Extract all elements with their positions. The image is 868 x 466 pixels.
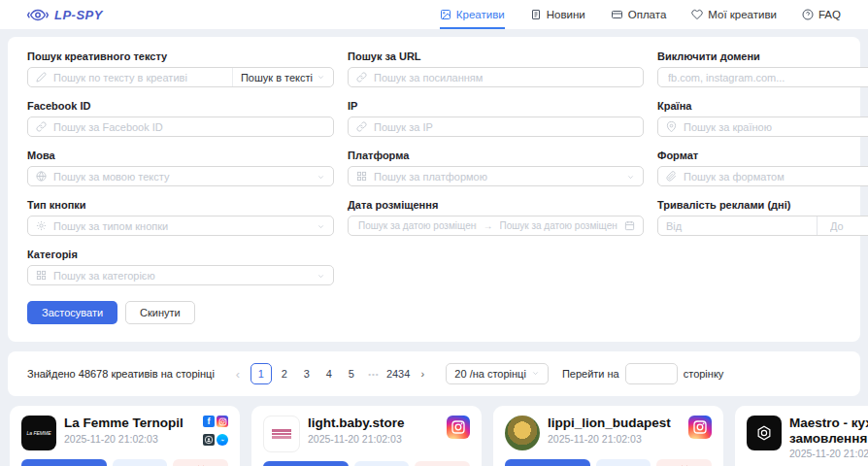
category-select[interactable] <box>27 265 334 285</box>
category-input[interactable] <box>51 269 312 283</box>
view-button[interactable] <box>113 459 168 466</box>
tab-news[interactable]: Новини <box>530 0 585 29</box>
link-icon <box>36 121 47 132</box>
page-button-3[interactable]: 3 <box>297 364 317 383</box>
card-actions: 3 days <box>21 459 228 466</box>
tab-label: Креативи <box>456 9 505 20</box>
creative-card[interactable]: Maestro - кухні, меблі на замовлення в У… <box>735 406 868 466</box>
language-input[interactable] <box>51 170 312 183</box>
country-input[interactable] <box>682 120 868 134</box>
days-button[interactable]: 3 days <box>263 461 349 466</box>
duration-to-input[interactable] <box>822 220 868 232</box>
page-button-1[interactable]: 1 <box>250 363 272 384</box>
button-type-select[interactable] <box>27 216 334 236</box>
card-info: light.baby.store 2025-11-20 21:02:03 <box>308 416 439 452</box>
exclude-domains-control[interactable] <box>657 67 868 87</box>
url-input[interactable] <box>372 71 635 84</box>
creative-text-control[interactable]: Пошук в тексті <box>27 67 334 87</box>
spacer <box>348 248 644 285</box>
avatar <box>263 416 300 452</box>
page-size-select[interactable]: 20 /на сторінці <box>446 363 549 384</box>
creative-card[interactable]: lippi_lion_budapest 2025-11-20 21:02:03 … <box>493 406 723 466</box>
divider <box>817 216 818 235</box>
pagination: ‹ 1 2 3 4 5 ••• 2434 › <box>228 363 432 384</box>
page-button-last[interactable]: 2434 <box>386 364 410 383</box>
tab-creatives[interactable]: Креативи <box>440 0 505 29</box>
duration-from-input[interactable] <box>658 220 812 232</box>
avatar <box>505 416 540 450</box>
view-button[interactable] <box>354 461 410 466</box>
creative-card[interactable]: La FEMME La Femme Ternopil 2025-11-20 21… <box>10 406 240 466</box>
url-control[interactable] <box>348 67 644 87</box>
date-to-input[interactable] <box>498 219 620 232</box>
chevron-down-icon <box>317 267 325 284</box>
field-label: Мова <box>27 149 334 162</box>
field-label: IP <box>348 99 644 113</box>
text-search-mode-select[interactable]: Пошук в тексті <box>232 68 325 86</box>
page-button-4[interactable]: 4 <box>319 364 339 383</box>
date-range-picker[interactable]: → <box>348 216 644 236</box>
chevron-down-icon <box>626 168 635 185</box>
calendar-icon <box>624 220 635 231</box>
like-button[interactable] <box>656 459 712 466</box>
format-input[interactable] <box>682 170 868 183</box>
card-date: 2025-11-20 21:02:03 <box>308 433 439 445</box>
reset-button[interactable]: Скинути <box>125 301 195 324</box>
creative-text-input[interactable] <box>51 71 227 84</box>
field-label: Формат <box>657 149 868 162</box>
field-button-type: Тип кнопки <box>27 198 334 236</box>
field-label: Facebook ID <box>27 99 334 113</box>
logo[interactable]: LP-SPY <box>27 8 103 22</box>
field-format: Формат <box>657 149 868 186</box>
button-type-input[interactable] <box>51 219 312 233</box>
ip-control[interactable] <box>348 116 644 137</box>
like-button[interactable] <box>415 461 470 466</box>
days-button[interactable]: 3 days <box>21 459 107 466</box>
chevron-down-icon <box>317 72 325 83</box>
like-button[interactable] <box>173 459 228 466</box>
cube-logo-icon <box>755 424 773 442</box>
filter-buttons: Застосувати Скинути <box>27 301 868 324</box>
facebook-id-input[interactable] <box>51 120 325 134</box>
pagination-ellipsis[interactable]: ••• <box>364 364 384 383</box>
tab-payment[interactable]: Оплата <box>611 0 667 29</box>
prev-page-button[interactable]: ‹ <box>228 364 248 383</box>
ip-input[interactable] <box>372 120 635 134</box>
filter-panel: Пошук креативного тексту Пошук в тексті … <box>8 37 860 342</box>
field-facebook-id: Facebook ID <box>27 99 334 137</box>
language-select[interactable] <box>27 166 334 186</box>
goto-page-input[interactable] <box>625 363 678 384</box>
platform-select[interactable] <box>348 166 644 186</box>
days-button[interactable]: 0 days <box>505 459 590 466</box>
tab-faq[interactable]: FAQ <box>802 0 841 29</box>
results-summary: Знайдено 48678 креативів на сторінці <box>27 368 215 380</box>
page-button-2[interactable]: 2 <box>275 364 294 383</box>
card-title: Maestro - кухні, меблі на замовлення в У… <box>789 416 868 446</box>
card-date: 2025-11-20 21:02:03 <box>548 433 681 445</box>
facebook-id-control[interactable] <box>27 116 334 137</box>
page-button-5[interactable]: 5 <box>342 364 361 383</box>
chevron-down-icon <box>317 217 325 235</box>
card-info: La Femme Ternopil 2025-11-20 21:02:03 <box>64 416 195 450</box>
format-control[interactable] <box>657 166 868 186</box>
question-circle-icon <box>802 9 814 20</box>
avatar-logo <box>272 429 291 439</box>
view-button[interactable] <box>596 459 651 466</box>
card-date: 2025-11-20 21:02:03 <box>789 448 868 459</box>
tab-my-creatives[interactable]: Мої креативи <box>691 0 777 29</box>
country-control[interactable] <box>657 116 868 137</box>
card-title: La Femme Ternopil <box>64 416 195 431</box>
field-label: Платформа <box>348 149 644 162</box>
facebook-icon: f <box>203 416 215 427</box>
date-from-input[interactable] <box>356 219 479 232</box>
goto-label: Перейти на <box>562 368 619 380</box>
heart-icon <box>691 9 703 20</box>
duration-range[interactable] <box>657 216 868 236</box>
creative-card[interactable]: light.baby.store 2025-11-20 21:02:03 3 d… <box>251 406 482 466</box>
spacer <box>657 248 868 285</box>
next-page-button[interactable]: › <box>413 364 432 383</box>
apply-button[interactable]: Застосувати <box>27 301 117 324</box>
exclude-domains-input[interactable] <box>666 71 868 84</box>
language-icon <box>36 171 47 182</box>
platform-input[interactable] <box>372 170 621 183</box>
